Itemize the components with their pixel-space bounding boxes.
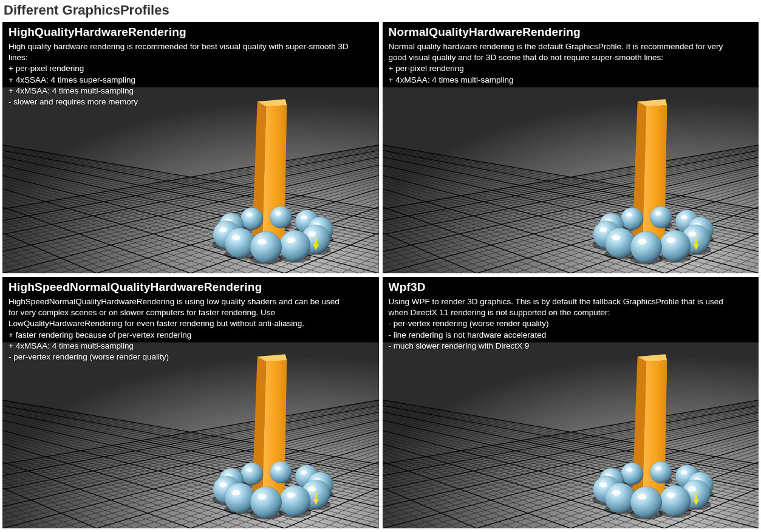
- panel-description: Normal quality hardware rendering is the…: [389, 41, 729, 63]
- svg-point-175: [225, 228, 255, 258]
- panel-bullets: - per-vertex rendering (worse render qua…: [389, 318, 753, 352]
- svg-point-728: [630, 486, 661, 518]
- overlay-high-speed: HighSpeedNormalQualityHardwareRendering …: [9, 281, 373, 363]
- panel-wpf3d: Wpf3D Using WPF to render 3D graphics. T…: [383, 277, 759, 528]
- svg-point-713: [626, 468, 632, 472]
- bullet: + per-pixel rendering: [9, 63, 373, 74]
- svg-point-723: [688, 486, 696, 492]
- svg-point-544: [287, 493, 295, 498]
- svg-point-162: [275, 211, 281, 215]
- svg-point-172: [219, 227, 227, 232]
- profiles-grid: HighQualityHardwareRendering High qualit…: [0, 22, 761, 531]
- panel-high-speed: HighSpeedNormalQualityHardwareRendering …: [2, 277, 379, 528]
- svg-point-724: [605, 483, 635, 513]
- panel-bullets: + per-pixel rendering + 4xMSAA: 4 times …: [389, 63, 753, 85]
- svg-point-542: [232, 490, 241, 496]
- svg-point-179: [250, 231, 282, 263]
- panel-description: Using WPF to render 3D graphics. This is…: [389, 296, 729, 318]
- svg-point-712: [621, 463, 643, 485]
- svg-point-166: [301, 216, 307, 220]
- panel-title: Wpf3D: [389, 281, 753, 294]
- svg-point-541: [225, 483, 255, 513]
- svg-point-177: [279, 230, 310, 261]
- svg-point-349: [681, 216, 688, 220]
- bullet: - much slower rendering with DirectX 9: [389, 341, 753, 352]
- svg-point-721: [599, 482, 607, 487]
- panel-description: High quality hardware rendering is recom…: [9, 41, 349, 63]
- svg-point-161: [270, 206, 292, 228]
- svg-point-362: [630, 231, 661, 263]
- bullet: + per-pixel rendering: [389, 63, 753, 74]
- svg-point-180: [258, 239, 267, 244]
- svg-point-360: [659, 230, 690, 261]
- svg-point-176: [232, 235, 241, 240]
- bullet: - per-vertex rendering (worse render qua…: [9, 352, 373, 363]
- svg-point-358: [605, 228, 635, 258]
- svg-point-174: [308, 231, 316, 237]
- svg-point-361: [667, 237, 675, 243]
- svg-point-715: [681, 471, 688, 475]
- panel-bullets: + faster rendering because of per-vertex…: [9, 330, 373, 363]
- svg-point-540: [308, 486, 316, 492]
- svg-point-546: [258, 494, 267, 499]
- overlay-wpf3d: Wpf3D Using WPF to render 3D graphics. T…: [389, 281, 753, 352]
- svg-point-530: [246, 468, 252, 472]
- svg-point-543: [279, 485, 310, 516]
- overlay-normal-quality: NormalQualityHardwareRendering Normal qu…: [389, 26, 753, 86]
- svg-point-726: [659, 485, 690, 516]
- svg-point-545: [250, 486, 282, 518]
- svg-point-344: [650, 206, 672, 228]
- panel-description: HighSpeedNormalQualityHardwareRendering …: [9, 296, 349, 330]
- svg-point-347: [626, 213, 632, 217]
- panel-title: HighQualityHardwareRendering: [9, 26, 373, 39]
- bullet: + 4xMSAA: 4 times multi-sampling: [389, 75, 753, 86]
- svg-point-528: [275, 466, 281, 470]
- svg-point-711: [655, 466, 661, 470]
- panel-bullets: + per-pixel rendering + 4xSSAA: 4 times …: [9, 63, 373, 107]
- svg-point-725: [612, 490, 620, 496]
- svg-point-164: [246, 213, 252, 217]
- svg-point-729: [638, 494, 647, 499]
- svg-point-359: [612, 235, 620, 240]
- svg-point-355: [599, 227, 607, 232]
- bullet: + 4xMSAA: 4 times multi-sampling: [9, 341, 373, 352]
- svg-point-363: [638, 239, 647, 244]
- panel-normal-quality: NormalQualityHardwareRendering Normal qu…: [383, 22, 759, 273]
- bullet: - slower and requires more memory: [9, 97, 373, 107]
- bullet: + faster rendering because of per-vertex…: [9, 330, 373, 341]
- svg-point-727: [667, 493, 675, 498]
- svg-point-527: [270, 462, 292, 483]
- svg-point-538: [219, 482, 227, 487]
- svg-point-345: [655, 211, 661, 215]
- bullet: - per-vertex rendering (worse render qua…: [389, 318, 753, 329]
- page-title: Different GraphicsProfiles: [0, 0, 761, 22]
- panel-title: HighSpeedNormalQualityHardwareRendering: [9, 281, 373, 294]
- svg-point-710: [650, 462, 672, 483]
- svg-point-163: [241, 208, 263, 230]
- bullet: + 4xSSAA: 4 times super-sampling: [9, 75, 373, 86]
- overlay-high-quality: HighQualityHardwareRendering High qualit…: [9, 26, 373, 107]
- svg-point-357: [688, 231, 696, 237]
- panel-title: NormalQualityHardwareRendering: [389, 26, 753, 39]
- svg-point-529: [241, 463, 263, 485]
- bullet: - line rendering is not hardware acceler…: [389, 330, 753, 341]
- panel-high-quality: HighQualityHardwareRendering High qualit…: [2, 22, 379, 273]
- bullet: + 4xMSAA: 4 times multi-sampling: [9, 86, 373, 97]
- svg-point-346: [621, 208, 643, 230]
- svg-point-532: [301, 471, 307, 475]
- svg-point-178: [287, 237, 295, 243]
